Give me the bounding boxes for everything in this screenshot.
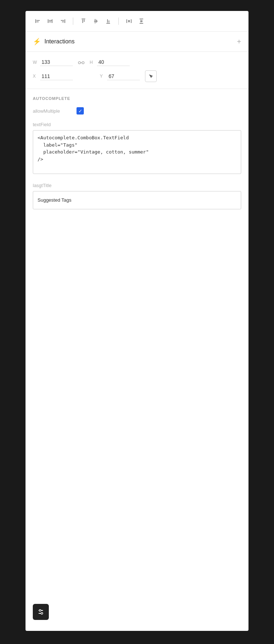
add-interaction-button[interactable]: + [237, 38, 241, 45]
svg-rect-1 [36, 20, 40, 21]
svg-rect-15 [96, 20, 97, 23]
distribute-group [78, 16, 113, 26]
distribute-v-icon[interactable] [136, 16, 146, 26]
checkmark-icon: ✓ [78, 109, 82, 113]
lasgt-title-group: lasgtTitle [33, 183, 241, 209]
text-field-group: textField <Autocomplete.ComboBox.TextFie… [33, 122, 241, 175]
align-right-icon[interactable] [58, 16, 68, 26]
align-bottom-icon[interactable] [103, 16, 113, 26]
cursor-button[interactable] [145, 70, 157, 82]
svg-rect-10 [82, 19, 85, 19]
x-label: X [33, 74, 38, 79]
svg-rect-4 [49, 20, 52, 21]
lasgt-title-label: lasgtTitle [33, 183, 241, 188]
svg-rect-9 [62, 22, 64, 22]
svg-rect-18 [109, 20, 109, 23]
dimensions-section: W H X Y [26, 52, 248, 89]
svg-rect-0 [35, 19, 36, 23]
svg-rect-22 [140, 19, 143, 19]
y-input[interactable] [107, 73, 140, 80]
svg-rect-23 [140, 23, 143, 24]
y-label: Y [100, 74, 105, 79]
width-label: W [33, 60, 38, 65]
width-input[interactable] [40, 58, 73, 66]
align-group [33, 16, 68, 26]
align-center-icon[interactable] [45, 16, 55, 26]
svg-rect-27 [82, 62, 84, 64]
interactions-title: Interactions [44, 38, 237, 45]
allow-multiple-label: allowMultiple [33, 108, 77, 114]
x-input[interactable] [40, 73, 73, 80]
svg-rect-8 [61, 20, 64, 21]
svg-rect-2 [36, 22, 39, 22]
distribute-h-icon[interactable] [124, 16, 134, 26]
interactions-header: ⚡ Interactions + [26, 32, 248, 52]
svg-rect-5 [49, 22, 51, 22]
text-field-label: textField [33, 122, 241, 127]
svg-rect-3 [48, 19, 48, 23]
lightning-icon: ⚡ [33, 38, 41, 46]
properties-section: AUTOCOMPLETE allowMultiple ✓ textField <… [26, 89, 248, 224]
allow-multiple-row: allowMultiple ✓ [33, 107, 241, 115]
svg-point-32 [41, 613, 43, 614]
height-input[interactable] [97, 58, 130, 66]
text-field-textarea[interactable]: <Autocomplete.ComboBox.TextField label="… [33, 130, 241, 174]
svg-rect-19 [126, 19, 127, 23]
width-height-row: W H [33, 58, 241, 66]
toolbar-divider-2 [118, 18, 119, 25]
autocomplete-label: AUTOCOMPLETE [33, 96, 241, 101]
lasgt-title-input[interactable] [33, 191, 241, 209]
toolbar-divider-1 [73, 18, 73, 25]
toolbar [26, 11, 248, 32]
align-top-icon[interactable] [78, 16, 89, 26]
align-left-icon[interactable] [33, 16, 43, 26]
svg-rect-12 [84, 20, 85, 22]
height-label: H [90, 60, 95, 65]
main-panel: ⚡ Interactions + W H X Y [26, 11, 248, 631]
svg-rect-24 [140, 20, 142, 22]
bottom-adjust-button[interactable] [33, 604, 49, 620]
svg-point-31 [39, 610, 41, 612]
svg-rect-26 [78, 62, 81, 64]
spacing-group [124, 16, 146, 26]
svg-rect-6 [52, 19, 52, 23]
svg-rect-13 [94, 21, 98, 22]
svg-rect-16 [106, 23, 110, 24]
svg-rect-14 [95, 19, 95, 23]
allow-multiple-checkbox[interactable]: ✓ [77, 107, 84, 115]
align-middle-icon[interactable] [91, 16, 101, 26]
link-icon [78, 59, 85, 65]
svg-rect-17 [107, 19, 108, 23]
svg-rect-11 [82, 20, 83, 23]
x-y-row: X Y [33, 70, 241, 82]
svg-rect-7 [64, 19, 65, 23]
svg-rect-20 [131, 19, 132, 23]
svg-rect-21 [128, 20, 130, 22]
